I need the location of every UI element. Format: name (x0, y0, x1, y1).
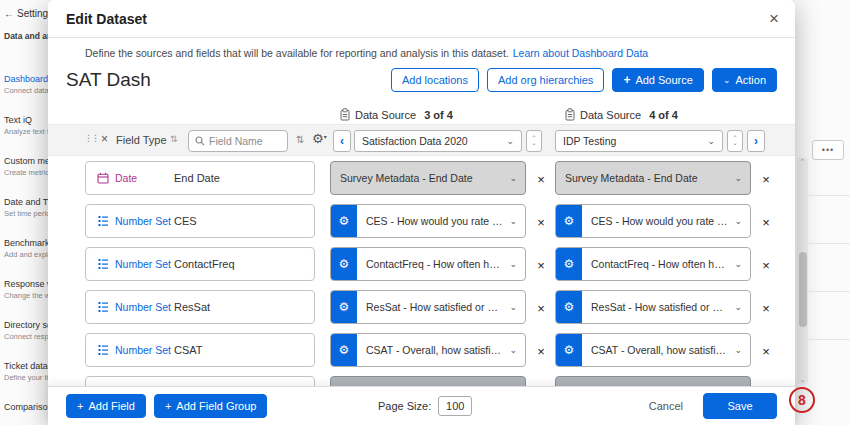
recode-gear-icon[interactable]: ⚙ (331, 248, 357, 280)
field-name-label: CES (174, 215, 197, 227)
mapping-dropdown[interactable]: ⚙ CES - How would you rate the ... ⌄ (555, 204, 751, 238)
mapping-dropdown[interactable]: Survey Metadata - End Date ⌄ (555, 161, 751, 195)
field-card[interactable]: Number Set CES (85, 204, 315, 238)
recode-gear-icon[interactable]: ⚙ (556, 291, 582, 323)
sidebar-item-date-and-time[interactable]: Date and Tim Set time period (4, 197, 48, 218)
clear-selection-icon[interactable]: × (101, 132, 108, 146)
field-type-label: Number Set (115, 215, 171, 227)
scroll-down-icon[interactable]: ⌄ (797, 376, 808, 384)
sidebar-item-dashboard-data[interactable]: Dashboard da Connect data so (4, 74, 48, 95)
chevron-down-icon: ⌄ (734, 173, 750, 183)
save-button[interactable]: Save (703, 393, 777, 419)
learn-about-dashboard-data-link[interactable]: Learn about Dashboard Data (513, 47, 648, 59)
recode-gear-icon[interactable]: ⚙ (556, 205, 582, 237)
remove-mapping-icon[interactable]: × (532, 342, 550, 360)
close-icon[interactable]: × (769, 10, 779, 27)
page-fragment-right: ⌃ ⌄ ••• (795, 0, 850, 425)
chevron-down-icon: ⌄ (509, 345, 525, 355)
field-sort-icon[interactable]: ⇅ (296, 134, 304, 145)
source-3-dropdown[interactable]: Satisfaction Data 2020 ⌄ (354, 130, 522, 152)
number-set-icon (96, 215, 110, 227)
page-scrollbar[interactable]: ⌃ ⌄ (797, 157, 808, 385)
mapping-dropdown[interactable]: Survey Metadata - End Date ⌄ (330, 161, 526, 195)
mapping-dropdown[interactable] (555, 376, 751, 386)
recode-gear-icon[interactable]: ⚙ (331, 205, 357, 237)
table-settings-gear-icon[interactable]: ⚙▾ (312, 131, 327, 146)
remove-mapping-icon[interactable]: × (757, 256, 775, 274)
mapping-dropdown[interactable]: ⚙ ContactFreq - How often have ... ⌄ (330, 247, 526, 281)
remove-mapping-icon[interactable]: × (757, 213, 775, 231)
source-4-dropdown[interactable]: IDP Testing ⌄ (555, 130, 723, 152)
sidebar-item-text-iq[interactable]: Text iQ Analyze text fro (4, 115, 48, 136)
scroll-up-icon[interactable]: ⌃ (797, 158, 808, 166)
number-set-icon (96, 301, 110, 313)
sidebar-item-directory-segments[interactable]: Directory seg Connect respon (4, 320, 48, 341)
source-4-label: Data Source 4 of 4 (565, 108, 678, 121)
next-source-button[interactable]: › (747, 130, 765, 152)
remove-mapping-icon[interactable]: × (532, 299, 550, 317)
field-card[interactable]: Number Set ResSat (85, 290, 315, 324)
plus-icon: + (77, 400, 83, 412)
add-field-group-button[interactable]: +Add Field Group (154, 394, 268, 418)
field-card[interactable]: Date End Date (85, 161, 315, 195)
recode-gear-icon[interactable]: ⚙ (331, 291, 357, 323)
down-icon: ⌄ (531, 141, 536, 146)
more-menu-button[interactable]: ••• (812, 140, 844, 160)
remove-mapping-icon[interactable]: × (757, 170, 775, 188)
field-row-ces: Number Set CES ⚙ CES - How would you rat… (48, 200, 795, 243)
page-size-input[interactable] (438, 396, 472, 416)
field-card[interactable]: Number Set ContactFreq (85, 247, 315, 281)
remove-mapping-icon[interactable]: × (757, 342, 775, 360)
page-size-control: Page Size: (378, 396, 472, 416)
recode-gear-icon[interactable]: ⚙ (556, 248, 582, 280)
cancel-button[interactable]: Cancel (649, 400, 683, 412)
back-arrow-icon: ← (4, 8, 14, 19)
source-3-label: Data Source 3 of 4 (340, 108, 453, 121)
field-card[interactable] (85, 376, 315, 386)
add-field-button[interactable]: +Add Field (66, 394, 146, 418)
drag-handle-icon[interactable]: ⋮⋮ (84, 133, 98, 143)
remove-mapping-icon[interactable]: × (757, 299, 775, 317)
add-org-hierarchies-button[interactable]: Add org hierarchies (487, 68, 604, 92)
gear-caret-icon: ▾ (324, 134, 327, 140)
sidebar-item-comparisons[interactable]: Comparisons (4, 402, 48, 414)
sidebar-item-benchmark-editor[interactable]: Benchmark e Add and explor (4, 238, 48, 259)
back-to-settings-link[interactable]: ←Settings (4, 8, 48, 19)
mapping-dropdown[interactable]: ⚙ CSAT - Overall, how satisfied or... ⌄ (555, 333, 751, 367)
mapping-dropdown[interactable]: ⚙ ContactFreq - How often have ... ⌄ (555, 247, 751, 281)
field-type-label: Number Set (115, 258, 171, 270)
sidebar-item-custom-metrics[interactable]: Custom metri Create metrics t (4, 156, 48, 177)
field-type-sort-icon[interactable]: ⇅ (170, 134, 178, 144)
settings-sidebar: ←Settings Data and analy Dashboard da Co… (0, 0, 48, 425)
dataset-toolbar: Add locations Add org hierarchies +Add S… (391, 68, 777, 92)
add-locations-button[interactable]: Add locations (391, 68, 479, 92)
prev-source-button[interactable]: ‹ (333, 130, 351, 152)
remove-mapping-icon[interactable]: × (532, 213, 550, 231)
dataset-title-row: SAT Dash Add locations Add org hierarchi… (66, 65, 777, 95)
add-source-button[interactable]: +Add Source (612, 68, 704, 92)
mapping-dropdown[interactable] (330, 376, 526, 386)
page-row-divider (809, 339, 850, 340)
recode-gear-icon[interactable]: ⚙ (556, 334, 582, 366)
mapping-dropdown[interactable]: ⚙ ResSat - How satisfied or dissat... ⌄ (330, 290, 526, 324)
sidebar-item-response-weighting[interactable]: Response we Change the wei (4, 279, 48, 300)
recode-gear-icon[interactable]: ⚙ (331, 334, 357, 366)
mapping-dropdown[interactable]: ⚙ ResSat - How satisfied or dissat... ⌄ (555, 290, 751, 324)
scrollbar-thumb[interactable] (799, 252, 807, 327)
mapping-dropdown[interactable]: ⚙ CSAT - Overall, how satisfied or... ⌄ (330, 333, 526, 367)
field-name-search[interactable] (188, 130, 288, 152)
field-card[interactable]: Number Set CSAT (85, 333, 315, 367)
chevron-down-icon: ⌄ (723, 75, 731, 85)
field-type-column-header: Field Type (116, 134, 167, 146)
mapping-dropdown[interactable]: ⚙ CES - How would you rate the ... ⌄ (330, 204, 526, 238)
action-menu-button[interactable]: ⌄Action (712, 68, 777, 92)
source-4-reorder-control[interactable]: ⌃ ⌄ (727, 130, 743, 152)
field-name-search-input[interactable] (209, 135, 279, 147)
screen: ←Settings Data and analy Dashboard da Co… (0, 0, 850, 425)
remove-mapping-icon[interactable]: × (532, 256, 550, 274)
remove-mapping-icon[interactable]: × (532, 170, 550, 188)
source-3-reorder-control[interactable]: ⌃ ⌄ (526, 130, 542, 152)
sidebar-item-ticket-data[interactable]: Ticket data Define your tick (4, 361, 48, 382)
page-row-divider (809, 195, 850, 196)
chevron-down-icon: ⌄ (509, 302, 525, 312)
